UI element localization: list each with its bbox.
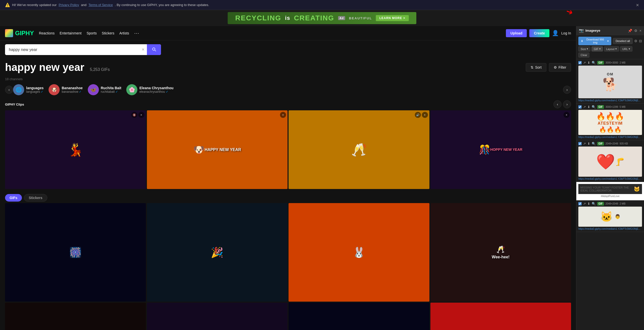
filter-button[interactable]: ⚙ Filter	[549, 63, 571, 72]
clip-volume-button-0[interactable]: 🔇	[131, 112, 137, 118]
login-link[interactable]: Log In	[561, 31, 571, 35]
item-toolbar-2: ↗ ⬇ 🔍 GIF 2048×2048 935 KB	[578, 142, 642, 146]
search-submit-button[interactable]	[147, 44, 161, 55]
imageeye-settings-button[interactable]: ⚙	[634, 29, 637, 33]
sidebar-ad-content[interactable]: MISSING YOUR TEAM? FOSTER THE IDEAL COLL…	[578, 184, 642, 194]
filter-gif-arrow: ▾	[599, 47, 601, 51]
gif-item-1[interactable]: 🎉	[147, 203, 288, 302]
clip-thumb-0: 💃	[5, 110, 146, 189]
item-download-btn-0[interactable]: ⬇	[587, 61, 590, 65]
nav-reactions[interactable]: Reactions	[39, 30, 55, 36]
profile-button[interactable]: 👤	[552, 30, 559, 36]
nav-artists[interactable]: Artists	[119, 30, 129, 36]
filter-url-button[interactable]: URL ▾	[620, 46, 632, 52]
gif-item-7[interactable]: 🥂 Happy New Year	[430, 303, 571, 330]
download-button[interactable]: ⬇ Download 966 img ▾	[578, 37, 611, 45]
filter-gif-button[interactable]: GIF ▾	[591, 46, 603, 52]
imageeye-toolbar: ⬇ Download 966 img ▾ Deselect all ⚙ ⊟ Si…	[576, 35, 644, 59]
deselect-all-button[interactable]: Deselect all	[613, 38, 633, 44]
imageeye-layout-icon[interactable]: ⊟	[639, 39, 642, 43]
notification-content: ⚠️ Hi! We've recently updated our Privac…	[5, 3, 209, 7]
imageeye-pin-button[interactable]: 📌	[628, 29, 632, 33]
channel-item-languages[interactable]: 🌐 languages languages ✓	[13, 83, 44, 97]
search-clear-button[interactable]: ×	[139, 47, 147, 52]
clip-item-3[interactable]: 🎊 HOPPY NEW YEAR ×	[430, 110, 571, 189]
gif-thumb-7: 🥂 Happy New Year	[430, 303, 571, 330]
upload-button[interactable]: Upload	[506, 29, 527, 37]
search-input[interactable]	[5, 44, 139, 55]
gif-item-0[interactable]: 🎆	[5, 203, 146, 302]
gif-thumb-0: 🎆	[5, 203, 146, 302]
channel-name-eleana: Eleana Chrysanthou	[139, 86, 173, 90]
gif-item-5[interactable]: ✨ 2022 Happy New Year	[147, 303, 288, 330]
notification-close-button[interactable]: ×	[636, 2, 639, 8]
clip-item-0[interactable]: 💃 🔇 ×	[5, 110, 146, 189]
item-open-btn-1[interactable]: ↗	[583, 105, 586, 109]
privacy-policy-link[interactable]: Privacy Policy	[59, 3, 79, 7]
item-search-btn-1[interactable]: 🔍	[592, 105, 596, 109]
nav-stickers[interactable]: Stickers	[102, 30, 114, 36]
giphy-logo[interactable]: GIPHY	[5, 29, 34, 37]
sort-button[interactable]: ⇅ Sort	[526, 63, 546, 72]
channels-next-button[interactable]: ›	[563, 86, 571, 94]
filter-layout-button[interactable]: Layout ▾	[604, 46, 619, 52]
channel-item-bananashoe[interactable]: 🐶 Bananashoe bananashoe ✓	[49, 83, 83, 97]
channel-item-ruchita[interactable]: 🦋 Ruchita Bait ruchitabait ✓	[88, 83, 122, 97]
gif-item-4[interactable]: 🎉 HAPPY NEW YEAR!	[5, 303, 146, 330]
item-badge-3: GIF	[597, 202, 604, 206]
clips-next-button[interactable]: ›	[563, 100, 571, 108]
channels-prev-button[interactable]: ‹	[5, 86, 13, 94]
gif-item-6[interactable]: ⭐ Happy New Year	[289, 303, 429, 330]
item-search-btn-2[interactable]: 🔍	[592, 142, 596, 146]
clip-controls-3: ×	[564, 112, 570, 118]
item-search-btn-0[interactable]: 🔍	[592, 61, 596, 65]
item-content-3: 🐱 👨	[600, 207, 620, 227]
nav-sports[interactable]: Sports	[87, 30, 97, 36]
clip-close-button-2[interactable]: ×	[422, 112, 428, 118]
item-url-2: https://media0.giphy.com/media/v1.Y2lkPT…	[578, 177, 642, 180]
channel-item-eleana[interactable]: 🌸 Eleana Chrysanthou eleanachrysanthou ✓	[126, 83, 173, 97]
clip-item-2[interactable]: 🥂 🔊 ×	[289, 110, 429, 189]
item-download-btn-2[interactable]: ⬇	[587, 142, 590, 146]
item-checkbox-0[interactable]	[578, 61, 582, 64]
filter-clear-button[interactable]: Clear	[578, 53, 589, 58]
item-checkbox-2[interactable]	[578, 142, 582, 145]
tab-gifs[interactable]: GIFs	[5, 194, 22, 202]
giphy-section: GIPHY Reactions Entertainment Sports Sti…	[0, 26, 576, 330]
gif-content-3: 🥂 Wee-hee!	[430, 203, 571, 302]
filter-clear-label: Clear	[581, 54, 587, 57]
notification-and: and	[81, 3, 87, 7]
clips-prev-button[interactable]: ‹	[553, 100, 561, 108]
clip-close-button-3[interactable]: ×	[564, 112, 570, 118]
ad-banner: RECYCLING is CREATING Ad BEAUTIFUL LEARN…	[0, 10, 644, 26]
item-size-1: 5 MB	[620, 106, 625, 108]
clip-volume-button-2[interactable]: 🔊	[415, 112, 421, 118]
gif-item-3[interactable]: 🥂 Wee-hee!	[430, 203, 571, 302]
terms-of-service-link[interactable]: Terms of Service	[89, 3, 113, 7]
item-search-btn-3[interactable]: 🔍	[592, 202, 596, 206]
clips-grid: 💃 🔇 × 🐶 HAPPY NEW YEAR	[5, 110, 571, 189]
item-open-btn-3[interactable]: ↗	[583, 202, 586, 206]
item-download-btn-3[interactable]: ⬇	[587, 202, 590, 206]
verified-icon-bananashoe: ✓	[79, 90, 82, 93]
ad-cta-button[interactable]: LEARN MORE >	[376, 15, 409, 21]
item-checkbox-1[interactable]	[578, 105, 582, 109]
gif-item-2[interactable]: 🐰	[289, 203, 429, 302]
item-open-btn-2[interactable]: ↗	[583, 142, 586, 146]
clips-nav: ‹ ›	[553, 100, 571, 108]
filter-size-button[interactable]: Size ▾	[578, 46, 590, 52]
item-size-2: 935 KB	[620, 142, 628, 145]
imageeye-gear-icon[interactable]: ⚙	[634, 39, 637, 43]
imageeye-close-button[interactable]: ×	[639, 29, 641, 33]
nav-entertainment[interactable]: Entertainment	[60, 30, 82, 36]
item-open-btn-0[interactable]: ↗	[583, 61, 586, 65]
item-checkbox-3[interactable]	[578, 202, 582, 205]
clip-close-button-0[interactable]: ×	[138, 112, 144, 118]
create-button[interactable]: Create	[529, 29, 549, 37]
tab-stickers[interactable]: Stickers	[24, 194, 47, 202]
gif-content-4: 🎉 HAPPY NEW YEAR!	[5, 303, 146, 330]
nav-more-icon[interactable]: ⋯	[134, 30, 139, 36]
item-download-btn-1[interactable]: ⬇	[587, 105, 590, 109]
clip-close-button-1[interactable]: ×	[280, 112, 286, 118]
clip-item-1[interactable]: 🐶 HAPPY NEW YEAR ×	[147, 110, 288, 189]
